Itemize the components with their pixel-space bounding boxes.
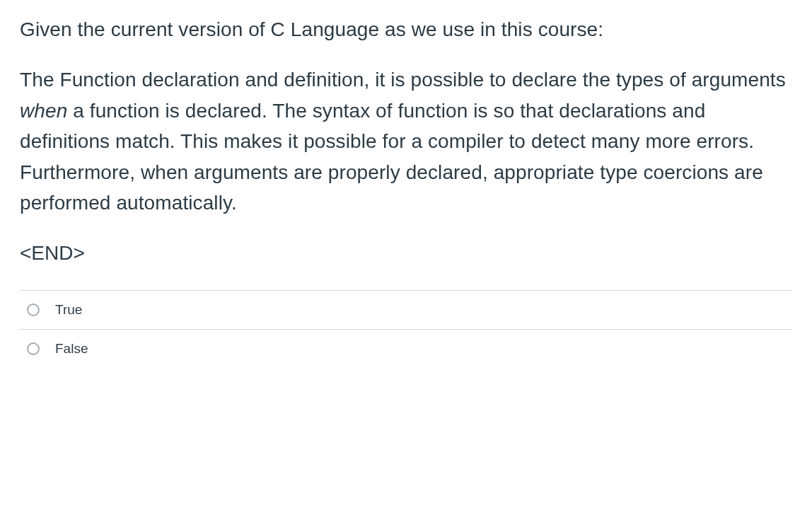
question-body-pre: The Function declaration and definition,… [20,69,786,91]
question-body-post: a function is declared. The syntax of fu… [20,100,763,214]
radio-icon [27,342,40,355]
option-label: False [55,341,88,357]
question-container: Given the current version of C Language … [0,0,812,375]
option-true[interactable]: True [20,290,792,329]
radio-icon [27,304,40,316]
answer-options: True False [20,290,792,368]
question-body: The Function declaration and definition,… [20,64,792,218]
option-label: True [55,302,82,318]
option-false[interactable]: False [20,329,792,368]
question-end-marker: <END> [20,238,792,268]
question-intro: Given the current version of C Language … [20,14,792,45]
question-body-italic: when [20,100,67,122]
